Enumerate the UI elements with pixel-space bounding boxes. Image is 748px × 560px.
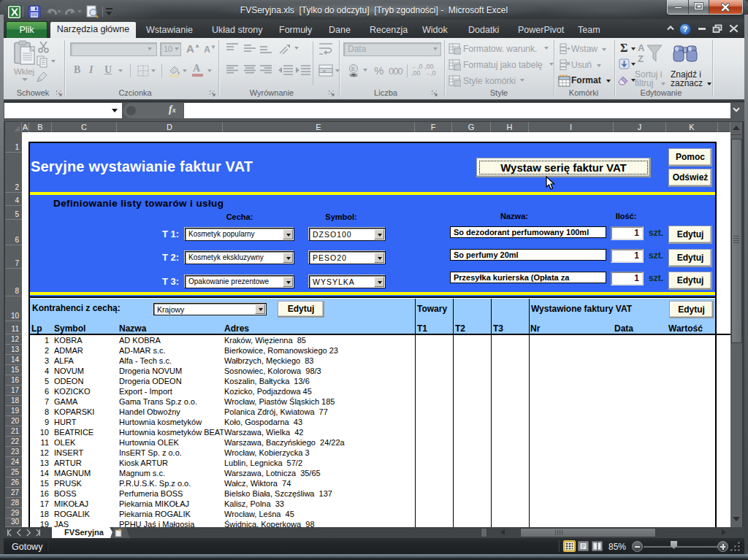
svg-text:Z: Z — [638, 53, 644, 64]
svg-text:a: a — [323, 69, 326, 74]
svg-text:A: A — [638, 42, 645, 53]
svg-text:$: $ — [351, 66, 355, 72]
